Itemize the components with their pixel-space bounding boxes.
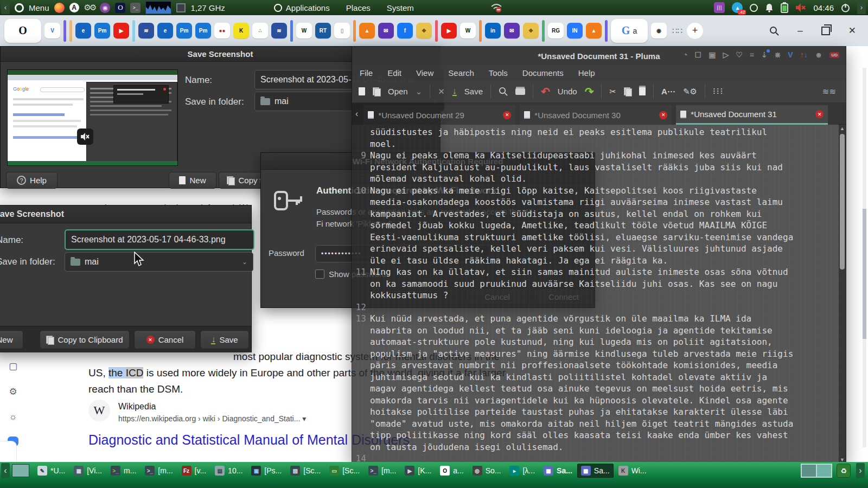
terminal-icon[interactable]: >_ bbox=[130, 3, 141, 13]
taskbar-window-button[interactable]: KWi... bbox=[615, 464, 650, 478]
pluma-menu-search[interactable]: Search bbox=[448, 68, 474, 78]
volume-muted-icon[interactable] bbox=[795, 3, 806, 12]
taskbar-window-button[interactable]: >_[m... bbox=[365, 464, 400, 478]
scroll-up-icon[interactable]: ▲ bbox=[839, 126, 846, 131]
pluma-menu-edit[interactable]: Edit bbox=[387, 68, 401, 78]
places-menu[interactable]: Places bbox=[346, 3, 371, 12]
cut-icon[interactable]: ✂ bbox=[609, 87, 616, 97]
tab-group-bar[interactable] bbox=[290, 20, 293, 42]
open-label[interactable]: Open bbox=[388, 87, 408, 96]
gears-icon[interactable]: ⚙⚙ bbox=[84, 3, 95, 12]
browser-tab[interactable]: ✉ bbox=[504, 23, 520, 38]
trash-icon[interactable]: ♻ bbox=[837, 464, 851, 478]
tab-group-bar[interactable] bbox=[542, 20, 545, 42]
browser-tab[interactable]: ≋ bbox=[138, 23, 154, 38]
show-password-checkbox[interactable] bbox=[315, 269, 324, 279]
pluma-title-bar[interactable]: *Unsaved Document 31 - Pluma ◔ ☐ ▣ ▷ ♡ ≡… bbox=[352, 47, 846, 65]
tab-group-bar[interactable] bbox=[605, 20, 608, 42]
bulb-sidebar-icon[interactable]: ☼ bbox=[9, 412, 17, 422]
update-applet-icon[interactable]: ▲.42 bbox=[732, 2, 743, 13]
workspace-tile[interactable] bbox=[12, 464, 29, 477]
replace-icon[interactable]: ✎⚙ bbox=[683, 87, 697, 97]
taskbar-window-button[interactable]: ▧[Sc... bbox=[286, 464, 324, 478]
tab-close-icon[interactable]: ✕ bbox=[503, 111, 511, 119]
browser-tab[interactable]: f bbox=[397, 23, 413, 38]
save-button[interactable]: ↓Save bbox=[200, 330, 249, 349]
new-button[interactable]: New bbox=[169, 172, 216, 189]
browser-scrollbar[interactable] bbox=[863, 68, 866, 447]
pluma-menu-file[interactable]: File bbox=[360, 68, 373, 78]
pluma-menu-view[interactable]: View bbox=[416, 68, 433, 78]
browser-tab[interactable]: IN bbox=[567, 23, 583, 38]
browser-scrollbar-thumb[interactable] bbox=[863, 209, 866, 339]
google-tab[interactable]: Ga bbox=[611, 19, 648, 43]
pluma-menu-help[interactable]: Help bbox=[578, 68, 595, 78]
media-applet-icon[interactable]: ||| bbox=[714, 2, 725, 13]
menu-label[interactable]: Menu bbox=[29, 3, 49, 12]
search-tool-icon[interactable]: A bbox=[69, 3, 79, 12]
opera-icon[interactable]: O bbox=[115, 3, 125, 13]
tab-group-bar[interactable] bbox=[435, 20, 438, 42]
browser-tab[interactable]: ▲ bbox=[359, 23, 375, 38]
box-sidebar-icon[interactable]: ▢ bbox=[9, 361, 17, 372]
taskbar-window-button[interactable]: ▦Sa... bbox=[540, 464, 576, 478]
browser-tab[interactable]: Pm bbox=[195, 23, 211, 38]
redo-icon[interactable]: ↷ bbox=[585, 85, 594, 98]
browser-tab[interactable]: Pm bbox=[94, 23, 110, 38]
panel-expand-icon[interactable]: › bbox=[857, 1, 866, 14]
dialog-title[interactable]: Save Screenshot bbox=[0, 206, 251, 223]
minimize-icon[interactable]: – bbox=[797, 25, 802, 36]
save-icon[interactable]: ↓ bbox=[452, 87, 457, 96]
taskbar-window-button[interactable]: >_[m... bbox=[141, 464, 176, 478]
browser-tab[interactable]: ▶ bbox=[113, 23, 129, 38]
browser-tab-strip[interactable]: OVePm▶≋ePmPm●●K∴≋WRT▯▲✉f❖▶Win✉❖RGIN▲Ga◉ … bbox=[0, 15, 868, 46]
paste-icon[interactable] bbox=[639, 87, 646, 95]
browser-tab[interactable]: Pm bbox=[176, 23, 192, 38]
taskbar-window-button[interactable]: ▶[K... bbox=[401, 464, 435, 478]
pluma-menu-tools[interactable]: Tools bbox=[489, 68, 508, 78]
taskbar-collapse-icon[interactable]: ‹ bbox=[1, 463, 10, 478]
pluma-tab[interactable]: *Unsaved Document 30✕ bbox=[520, 105, 672, 125]
copy-icon[interactable] bbox=[624, 87, 631, 95]
help-button[interactable]: ?Help bbox=[6, 172, 58, 189]
browser-tab[interactable]: RT bbox=[315, 23, 331, 38]
network-disconnected-icon[interactable] bbox=[490, 2, 503, 13]
result-source-name[interactable]: Wikipedia bbox=[118, 402, 156, 412]
tab-group-bar[interactable] bbox=[353, 20, 356, 42]
browser-tab[interactable]: e bbox=[75, 23, 91, 38]
tab-group-bar[interactable] bbox=[132, 20, 135, 42]
browser-tab[interactable]: e bbox=[157, 23, 173, 38]
taskbar-window-button[interactable]: Fz[v... bbox=[178, 464, 210, 478]
browser-tab[interactable]: ▲ bbox=[586, 23, 602, 38]
status-circle-icon[interactable] bbox=[750, 4, 758, 12]
new-tab-button[interactable]: + bbox=[687, 23, 703, 39]
panel-collapse-icon[interactable]: ‹ bbox=[1, 1, 10, 14]
taskbar-expand-icon[interactable]: › bbox=[856, 463, 865, 478]
chevron-down-icon[interactable]: ⌄ bbox=[416, 87, 423, 97]
browser-tab[interactable]: ≋ bbox=[271, 23, 287, 38]
system-monitor-applet[interactable] bbox=[145, 1, 171, 14]
new-document-icon[interactable] bbox=[359, 87, 365, 95]
tab-scroll-left-icon[interactable]: ‹ bbox=[355, 109, 358, 119]
battery-icon[interactable] bbox=[781, 2, 788, 13]
browser-tab-strip-items[interactable]: OVePm▶≋ePmPm●●K∴≋WRT▯▲✉f❖▶Win✉❖RGIN▲Ga◉ bbox=[0, 19, 667, 43]
browser-tab[interactable]: ❖ bbox=[523, 23, 539, 38]
system-menu[interactable]: System bbox=[387, 3, 414, 12]
pluma-tab[interactable]: *Unsaved Document 29✕ bbox=[363, 105, 515, 125]
browser-tab[interactable]: V bbox=[44, 23, 60, 38]
taskbar-window-button[interactable]: >_m... bbox=[107, 464, 140, 478]
tab-close-icon[interactable]: ✕ bbox=[659, 111, 667, 119]
workspace-switcher[interactable] bbox=[801, 464, 832, 478]
pluma-tab-bar[interactable]: ‹ *Unsaved Document 29✕*Unsaved Document… bbox=[352, 103, 846, 125]
undo-icon[interactable]: ↶ bbox=[541, 85, 550, 98]
pluma-menu-bar[interactable]: FileEditViewSearchToolsDocumentsHelp bbox=[352, 65, 846, 80]
browser-tab[interactable]: ❖ bbox=[416, 23, 432, 38]
pluma-toolbar[interactable]: Open ⌄ ✕ ↓ Save ↶ Undo ↷ ✂ A⋯ ✎⚙ ⁝⁝⁝ ≋≋ bbox=[352, 80, 846, 103]
find-icon[interactable] bbox=[499, 87, 508, 96]
print-icon[interactable] bbox=[515, 88, 525, 95]
workspace-2[interactable] bbox=[817, 465, 831, 477]
tab-close-icon[interactable]: ✕ bbox=[815, 110, 824, 118]
notifications-bell-icon[interactable] bbox=[765, 3, 774, 12]
workspace-1[interactable] bbox=[802, 465, 817, 477]
pluma-menu-documents[interactable]: Documents bbox=[522, 68, 564, 78]
